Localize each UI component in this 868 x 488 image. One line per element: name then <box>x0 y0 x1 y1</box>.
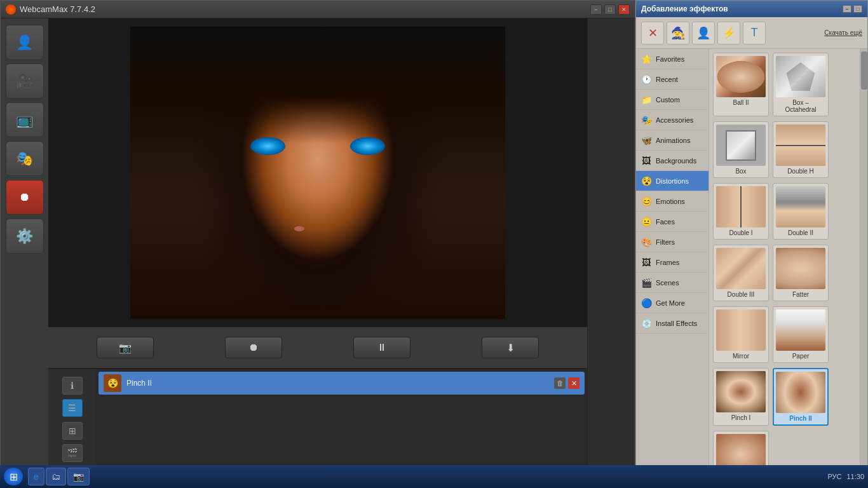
download-button[interactable]: ⬇ <box>482 337 539 358</box>
sidebar-settings-icon[interactable]: ⚙️ <box>6 219 44 254</box>
effect-thumb-double-h <box>776 125 825 166</box>
info-icon-button[interactable]: ℹ <box>62 377 83 395</box>
effect-ball-ii[interactable]: Ball II <box>713 53 769 116</box>
cat-faces[interactable]: 😐 Faces <box>636 212 709 232</box>
cat-custom[interactable]: 📁 Custom <box>636 90 709 110</box>
start-button[interactable]: ⊞ <box>4 468 23 485</box>
main-content-area: 👤 🎥 📺 🎭 ⏺ ⚙️ <box>1 18 635 470</box>
effect-extra[interactable]: ... <box>713 431 769 470</box>
effects-row-4: Mirror Paper <box>713 306 856 363</box>
cat-favorites[interactable]: ⭐ Favorites <box>636 49 709 69</box>
effect-pinch-ii[interactable]: Pinch II <box>773 368 829 426</box>
title-bar: WebcamMax 7.7.4.2 − □ ✕ <box>1 1 635 18</box>
taskbar: ⊞ e 🗂 📷 РУС 11:30 <box>0 465 868 488</box>
cat-accessories-label: Accessories <box>656 116 693 124</box>
cat-backgrounds[interactable]: 🖼 Backgrounds <box>636 151 709 171</box>
effect-double-ii[interactable]: Double II <box>773 183 829 240</box>
film-icon-button[interactable]: 🎬 <box>62 444 83 462</box>
taskbar-apps: e 🗂 📷 <box>28 468 90 485</box>
title-bar-left: WebcamMax 7.7.4.2 <box>6 4 95 15</box>
effect-box-oct[interactable]: Box –Octahedral <box>773 53 829 116</box>
camera-button[interactable]: 📷 <box>97 337 154 358</box>
effect-double-iii[interactable]: Double III <box>713 245 769 301</box>
effect-label-double-h: Double H <box>787 168 814 175</box>
taskbar-folder-button[interactable]: 🗂 <box>46 468 66 485</box>
effect-double-i[interactable]: Double I <box>713 183 769 240</box>
delete-trash-button[interactable]: 🗑 <box>554 377 566 389</box>
cat-install-effects[interactable]: 💿 Install Effects <box>636 313 709 334</box>
effect-thumb-pinch-i <box>716 371 766 412</box>
remove-effect-button[interactable]: ✕ <box>641 22 664 44</box>
magic-button[interactable]: 🧙 <box>667 22 689 44</box>
eye-left <box>250 137 285 155</box>
effect-thumb-double-i <box>716 186 766 227</box>
effect-thumb-paper <box>776 309 825 351</box>
get-more-icon: 🔵 <box>640 297 653 309</box>
taskbar-clock: 11:30 <box>846 472 864 481</box>
sidebar-effects-icon[interactable]: 🎭 <box>6 141 44 176</box>
effect-box[interactable]: Box <box>713 121 769 178</box>
delete-close-button[interactable]: ✕ <box>568 377 580 389</box>
video-portrait <box>130 27 505 319</box>
filters-icon: 🎨 <box>640 236 653 248</box>
pause-button[interactable]: ⏸ <box>353 337 410 358</box>
effect-pinch-i[interactable]: Pinch I <box>713 368 769 426</box>
record-button[interactable]: ⏺ <box>225 337 282 358</box>
popup-minimize-button[interactable]: − <box>843 5 851 13</box>
effect-thumb-double-ii <box>776 186 825 227</box>
effect-label-double-i: Double I <box>729 229 752 236</box>
effects-row-0: Ball II Box –Octahedral <box>713 53 856 116</box>
cat-scenes[interactable]: 🎬 Scenes <box>636 273 709 293</box>
cat-recent[interactable]: 🕐 Recent <box>636 69 709 90</box>
cat-frames[interactable]: 🖼 Frames <box>636 252 709 273</box>
popup-maximize-button[interactable]: □ <box>853 5 862 13</box>
sidebar-tv-icon[interactable]: 📺 <box>6 102 44 137</box>
recent-icon: 🕐 <box>640 73 653 86</box>
effect-label-double-ii: Double II <box>788 229 813 236</box>
download-more-button[interactable]: Скачать ещё <box>824 29 862 36</box>
cat-filters-label: Filters <box>656 238 675 246</box>
popup-title-bar: Добавление эффектов − □ <box>636 1 867 17</box>
popup-title-controls: − □ <box>843 5 862 13</box>
effect-mirror[interactable]: Mirror <box>713 306 769 363</box>
sidebar-record-icon[interactable]: ⏺ <box>6 180 44 215</box>
cat-faces-label: Faces <box>656 218 675 226</box>
cat-animations[interactable]: 🦋 Animations <box>636 130 709 151</box>
person-button[interactable]: 👤 <box>692 22 715 44</box>
minimize-button[interactable]: − <box>590 4 602 15</box>
cat-get-more[interactable]: 🔵 Get More <box>636 293 709 313</box>
cat-filters[interactable]: 🎨 Filters <box>636 232 709 252</box>
taskbar-camera-button[interactable]: 📷 <box>67 468 90 485</box>
effects-scrollbar[interactable] <box>860 49 867 470</box>
sidebar-camera-icon[interactable]: 👤 <box>6 25 44 60</box>
flash-button[interactable]: ⚡ <box>717 22 740 44</box>
effects-row-5: Pinch I Pinch II <box>713 368 856 426</box>
scroll-thumb[interactable] <box>861 51 867 90</box>
active-effect-item[interactable]: 😵 Pinch II 🗑 ✕ <box>98 372 585 395</box>
effect-double-h[interactable]: Double H <box>773 121 829 178</box>
effect-label-ball-ii: Ball II <box>733 99 749 106</box>
effect-label-double-iii: Double III <box>728 291 755 298</box>
close-button[interactable]: ✕ <box>618 4 630 15</box>
install-effects-icon: 💿 <box>640 317 653 330</box>
effect-paper[interactable]: Paper <box>773 306 829 363</box>
grid-icon-button[interactable]: ⊞ <box>62 422 83 440</box>
category-list: ⭐ Favorites 🕐 Recent 📁 Custom 🎭 Accessor… <box>636 49 709 470</box>
popup-content: ⭐ Favorites 🕐 Recent 📁 Custom 🎭 Accessor… <box>636 49 867 470</box>
cat-install-effects-label: Install Effects <box>656 320 697 327</box>
taskbar-ie-button[interactable]: e <box>28 468 44 485</box>
sidebar-video-icon[interactable]: 🎥 <box>6 64 44 98</box>
emotions-icon: 😊 <box>640 195 653 208</box>
effect-thumb-mirror <box>716 309 766 351</box>
cat-accessories[interactable]: 🎭 Accessories <box>636 110 709 130</box>
effect-fatter[interactable]: Fatter <box>773 245 829 301</box>
cat-emotions[interactable]: 😊 Emotions <box>636 191 709 212</box>
list-icon-button[interactable]: ☰ <box>62 399 83 417</box>
text-button[interactable]: T <box>743 22 766 44</box>
cat-distortions[interactable]: 😵 Distortions <box>636 171 709 191</box>
backgrounds-icon: 🖼 <box>640 154 653 167</box>
cat-favorites-label: Favorites <box>656 55 684 63</box>
effects-grid: Ball II Box –Octahedral Box <box>709 49 860 470</box>
bottom-panel: ℹ ☰ ⊞ 🎬 😵 Pinch II 🗑 <box>48 368 587 470</box>
maximize-button[interactable]: □ <box>604 4 616 15</box>
